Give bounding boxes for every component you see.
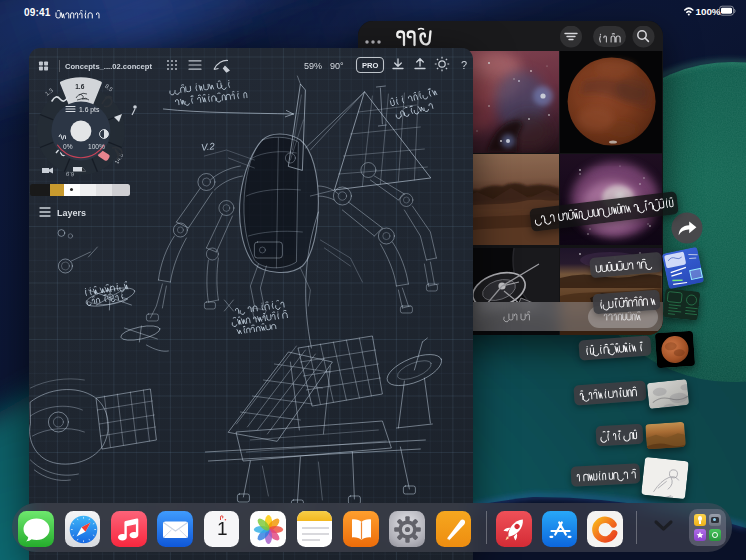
- svg-text:1.6: 1.6: [75, 83, 84, 90]
- svg-text:59%: 59%: [304, 61, 322, 71]
- svg-text:Layers: Layers: [57, 208, 86, 218]
- svg-text:8.5: 8.5: [103, 83, 113, 93]
- svg-text:?: ?: [461, 59, 467, 71]
- svg-text:100%: 100%: [88, 143, 105, 150]
- svg-text:90°: 90°: [330, 61, 344, 71]
- svg-text:PRO: PRO: [362, 61, 379, 70]
- svg-text:100%: 100%: [696, 6, 721, 17]
- svg-text:1.6 pts: 1.6 pts: [79, 106, 100, 114]
- svg-text:1.3: 1.3: [44, 87, 54, 97]
- svg-text:6.9: 6.9: [65, 171, 74, 178]
- svg-text:0%: 0%: [63, 143, 73, 150]
